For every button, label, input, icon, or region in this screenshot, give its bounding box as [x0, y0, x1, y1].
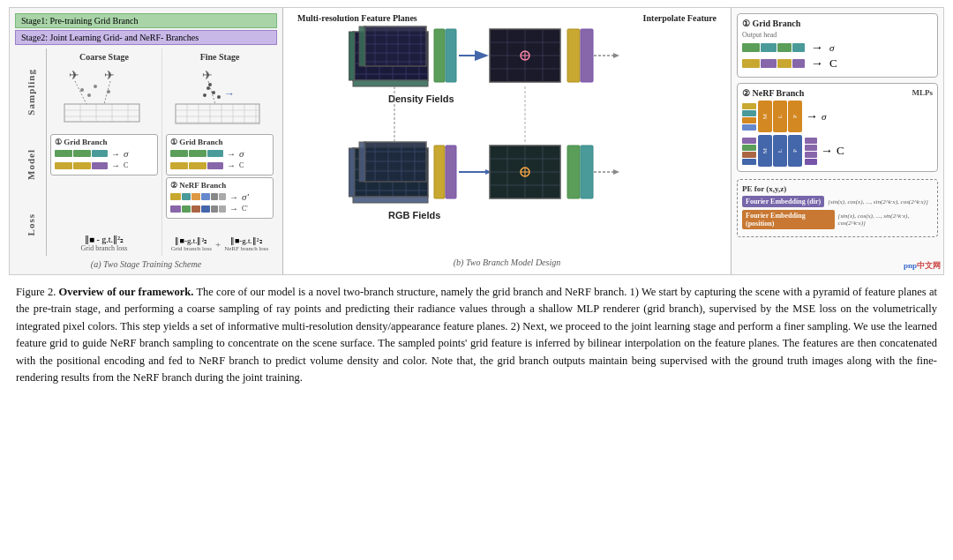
- svg-line-2: [75, 81, 86, 104]
- nerf-sigma-row: M L P → σ: [742, 101, 933, 132]
- fine-sampling: ✈: [166, 65, 274, 134]
- figure-bold: Overview of our framework.: [59, 286, 194, 298]
- svg-text:✈: ✈: [202, 69, 213, 82]
- nerf-mlp-3: [211, 205, 218, 213]
- mlp-sigma-1: M: [758, 101, 772, 132]
- nerf-sigma-prime: σ': [242, 191, 249, 202]
- nerf-sigma-out: σ: [822, 111, 826, 122]
- right-panel: ① Grid Branch Output head → σ: [732, 8, 943, 274]
- mlp-color-3: P: [788, 135, 802, 167]
- feat-green-2: [73, 150, 91, 157]
- grid-feat-green: [742, 43, 805, 52]
- svg-rect-57: [434, 29, 445, 82]
- svg-rect-85: [349, 148, 355, 197]
- diagram-wrapper: Stage1: Pre-training Grid Branch Stage2:…: [9, 7, 944, 275]
- figure-caption: Figure 2. Overview of our framework. The…: [9, 279, 944, 390]
- coarse-feat-blocks-1: [55, 150, 108, 157]
- fine-feat-teal-1: [207, 150, 223, 157]
- svg-rect-70: [567, 29, 580, 82]
- fine-feat-green-1: [170, 150, 188, 157]
- svg-text:→: →: [224, 87, 235, 100]
- y1: [742, 59, 760, 68]
- nerf-sigma-arrow: →: [806, 109, 818, 123]
- fine-feat-blocks-2: [170, 162, 223, 169]
- mlp-label-1: M: [762, 114, 769, 119]
- plus-sign: +: [215, 239, 221, 250]
- nerf-mlp-4: [219, 205, 226, 213]
- svg-point-29: [212, 91, 215, 94]
- feat-green-1: [55, 150, 72, 157]
- nerf-branch-title: ② NeRF Branch: [742, 88, 804, 98]
- co4: [805, 159, 817, 165]
- fine-nerf-branch-box: ② NeRF Branch: [166, 177, 274, 219]
- nerf-mlp-1: [211, 193, 218, 200]
- middle-caption: (b) Two Branch Model Design: [454, 254, 560, 269]
- stage-labels: Stage1: Pre-training Grid Branch Stage2:…: [15, 13, 277, 45]
- svg-rect-46: [364, 26, 426, 66]
- nerf-color-arrow: →: [821, 144, 833, 158]
- coarse-title: Coarse Stage: [50, 52, 158, 62]
- co3: [805, 152, 817, 158]
- svg-rect-44: [349, 32, 355, 80]
- watermark-text-1: pnp: [904, 261, 917, 270]
- feat-yellow-2: [73, 162, 91, 169]
- co2: [805, 145, 817, 151]
- grid-color-arrow: →: [811, 56, 823, 71]
- figure-label: Figure 2.: [16, 286, 56, 298]
- fine-nerf-formula: ‖■-g.t.‖²₂: [224, 236, 268, 245]
- nerf-feat-blocks-1: [170, 193, 226, 200]
- y4: [792, 59, 805, 68]
- coarse-feat-blocks-2: [55, 162, 108, 169]
- feat-yellow-1: [55, 162, 72, 169]
- coarse-loss: ‖■ - g.t.‖²₂ Grid branch loss: [50, 231, 158, 252]
- svg-text:Density Fields: Density Fields: [388, 93, 454, 104]
- grid-sigma-arrow: →: [811, 41, 823, 55]
- arrow-sigma-coarse: →: [111, 149, 120, 159]
- fine-feat-yellow-1: [170, 162, 188, 169]
- fine-nerf-loss: ‖■-g.t.‖²₂ NeRF branch loss: [224, 236, 268, 252]
- coarse-grid-title: ① Grid Branch: [55, 138, 154, 146]
- nc2: [742, 145, 756, 151]
- model-label: Model: [26, 149, 36, 180]
- fine-feat-blocks-1: [170, 150, 223, 157]
- sigma-label-coarse: σ: [124, 148, 128, 159]
- fine-title: Fine Stage: [166, 52, 274, 62]
- coarse-feat-row1: → σ: [55, 148, 154, 159]
- coarse-sampling-svg: ✈ ✈: [56, 69, 153, 131]
- svg-point-32: [208, 83, 212, 86]
- coarse-loss-label: Grid branch loss: [50, 244, 158, 252]
- coarse-loss-formula: ‖■ - g.t.‖²₂: [50, 235, 158, 244]
- mlps-label: MLPs: [912, 88, 934, 97]
- stage1-label: Stage1: Pre-training Grid Branch: [15, 13, 277, 28]
- fine-feat-row1: → σ: [170, 148, 269, 159]
- svg-rect-110: [567, 146, 580, 198]
- svg-rect-111: [581, 146, 593, 198]
- svg-rect-96: [434, 146, 445, 198]
- nerf-arrow-color: →: [229, 204, 238, 213]
- nerf-feat-row1: → σ': [170, 191, 269, 202]
- nerf-orange-1: [191, 193, 200, 200]
- svg-rect-58: [446, 29, 456, 82]
- mlp-color-label-1: M: [762, 148, 769, 153]
- main-container: Stage1: Pre-training Grid Branch Stage2:…: [0, 0, 953, 397]
- grid-sigma-out: σ: [829, 42, 834, 53]
- svg-rect-86: [353, 197, 428, 203]
- nerf-color-prime: C': [242, 205, 248, 213]
- sampling-label: Sampling: [26, 69, 36, 116]
- nc1: [742, 138, 756, 144]
- grid-color-row: → C: [742, 56, 933, 71]
- nerf-arrow-sigma: →: [229, 192, 238, 202]
- nc3: [742, 152, 756, 158]
- svg-point-28: [206, 86, 210, 90]
- svg-rect-97: [446, 146, 456, 198]
- nerf-branch-box: ② NeRF Branch MLPs: [737, 83, 938, 172]
- nerf-teal-1: [182, 193, 191, 200]
- left-panel: Stage1: Pre-training Grid Branch Stage2:…: [10, 8, 283, 274]
- pe-title: PE for (x,y,z): [742, 184, 933, 193]
- nerf-purple-1: [170, 205, 181, 213]
- fine-nerf-title: ② NeRF Branch: [170, 181, 269, 190]
- multi-res-label: Multi-resolution Feature Planes: [297, 13, 417, 23]
- g1: [742, 43, 760, 52]
- nc4: [742, 159, 756, 165]
- color-output-feat: [805, 138, 817, 165]
